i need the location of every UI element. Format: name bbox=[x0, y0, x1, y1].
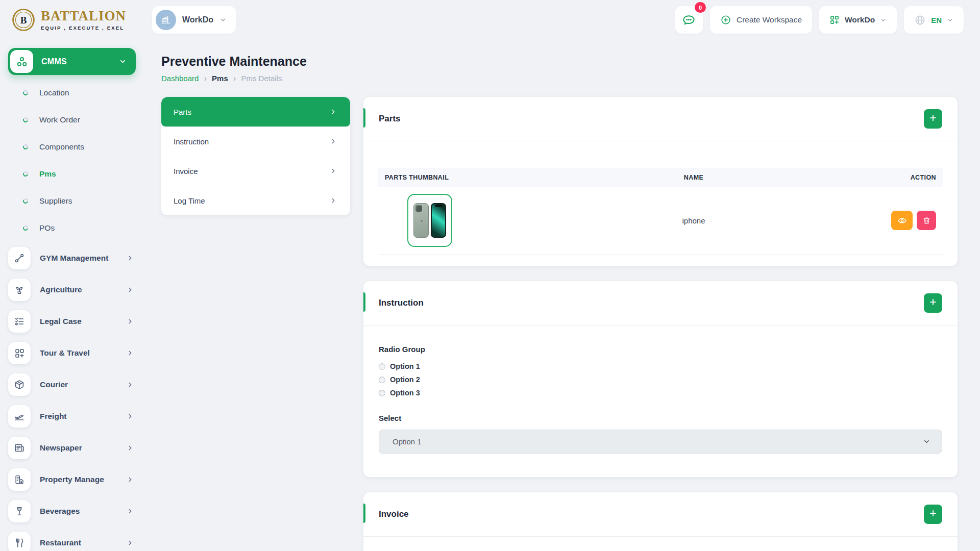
sidebar-item-location[interactable]: Location bbox=[8, 79, 148, 106]
tab-parts[interactable]: Parts bbox=[161, 97, 350, 127]
sidebar-item-label: POs bbox=[39, 223, 55, 233]
chevron-right-icon bbox=[330, 197, 337, 204]
sidebar-item-legal-case[interactable]: Legal Case bbox=[8, 306, 137, 337]
brand-name: BATTALION bbox=[41, 9, 126, 23]
sidebar-item-beverages[interactable]: Beverages bbox=[8, 495, 137, 527]
sidebar-item-newspaper[interactable]: Newspaper bbox=[8, 432, 137, 464]
create-workspace-label: Create Workspace bbox=[737, 15, 802, 24]
tab-invoice[interactable]: Invoice bbox=[161, 156, 350, 186]
breadcrumb: Dashboard › Pms › Pms Details bbox=[161, 74, 958, 83]
sidebar-item-label: Restaurant bbox=[40, 538, 127, 547]
parts-card: Parts + PARTS THUMBNAIL NAME ACTION bbox=[363, 97, 958, 266]
sidebar-item-freight[interactable]: Freight bbox=[8, 400, 137, 432]
page-title: Preventive Maintenance bbox=[161, 54, 958, 69]
dumbbell-icon bbox=[8, 247, 31, 269]
sidebar-item-work-order[interactable]: Work Order bbox=[8, 106, 148, 133]
chevron-right-icon bbox=[127, 286, 134, 293]
chevron-right-icon bbox=[127, 381, 134, 388]
messages-button[interactable]: 0 bbox=[675, 6, 703, 34]
add-instruction-button[interactable]: + bbox=[924, 293, 942, 313]
radio-option-3[interactable]: Option 3 bbox=[379, 386, 942, 399]
column-header-name: NAME bbox=[538, 174, 849, 181]
sidebar-item-property-manage[interactable]: Property Manage bbox=[8, 464, 137, 495]
view-part-button[interactable] bbox=[891, 211, 913, 230]
sidebar-item-pms[interactable]: Pms bbox=[8, 160, 148, 187]
sidebar-item-label: Courier bbox=[40, 380, 127, 389]
create-workspace-button[interactable]: Create Workspace bbox=[710, 6, 812, 34]
language-selector[interactable]: EN bbox=[904, 6, 964, 34]
plane-icon bbox=[8, 405, 31, 428]
sidebar-item-label: Suppliers bbox=[39, 196, 72, 206]
instruction-card-title: Instruction bbox=[379, 298, 424, 308]
chat-bubble-icon bbox=[682, 13, 696, 27]
main-content: Preventive Maintenance Dashboard › Pms ›… bbox=[148, 40, 980, 551]
tab-label: Parts bbox=[174, 108, 191, 116]
chevron-down-icon bbox=[947, 17, 953, 23]
instruction-card: Instruction + Radio Group Option 1 bbox=[363, 281, 958, 477]
chevron-right-icon bbox=[127, 413, 134, 420]
sidebar-item-suppliers[interactable]: Suppliers bbox=[8, 187, 148, 214]
chevron-right-icon bbox=[330, 108, 337, 115]
chevron-down-icon bbox=[923, 438, 930, 445]
invoice-card-header: Invoice + bbox=[363, 492, 958, 536]
part-name: iphone bbox=[538, 216, 849, 225]
invoice-card-title: Invoice bbox=[379, 509, 409, 519]
parts-table: PARTS THUMBNAIL NAME ACTION bbox=[363, 141, 958, 266]
radio-option-1[interactable]: Option 1 bbox=[379, 360, 942, 373]
radio-icon[interactable] bbox=[379, 377, 385, 383]
sidebar-item-pos[interactable]: POs bbox=[8, 214, 148, 241]
wine-glass-icon bbox=[8, 500, 31, 522]
sidebar-item-label: Agriculture bbox=[40, 285, 127, 294]
chevron-right-icon bbox=[330, 138, 337, 145]
chevron-right-icon bbox=[127, 255, 134, 262]
globe-icon bbox=[914, 14, 926, 26]
radio-icon[interactable] bbox=[379, 363, 385, 370]
bullet-icon bbox=[22, 197, 29, 204]
add-part-button[interactable]: + bbox=[924, 109, 942, 129]
delete-part-button[interactable] bbox=[917, 211, 936, 230]
chevron-down-icon bbox=[119, 58, 127, 65]
select-value: Option 1 bbox=[393, 437, 422, 446]
content-row: Parts Instruction Invoice Log Time bbox=[161, 97, 958, 551]
tab-instruction[interactable]: Instruction bbox=[161, 127, 350, 156]
building-icon bbox=[8, 468, 31, 491]
phone-front-image bbox=[431, 203, 446, 238]
sidebar-item-agriculture[interactable]: Agriculture bbox=[8, 274, 137, 306]
add-invoice-button[interactable]: + bbox=[924, 505, 942, 524]
instruction-form: Radio Group Option 1 Option 2 bbox=[363, 325, 958, 477]
brand-logo: B BATTALION EQUIP , EXECUTE , EXEL bbox=[11, 8, 152, 32]
sidebar-module-cmms[interactable]: CMMS bbox=[8, 48, 136, 75]
breadcrumb-pms[interactable]: Pms bbox=[212, 74, 228, 83]
tab-label: Instruction bbox=[174, 137, 209, 146]
part-thumbnail[interactable] bbox=[407, 194, 452, 247]
sidebar-item-tour-travel[interactable]: Tour & Travel bbox=[8, 337, 137, 369]
workspace-switcher[interactable]: WorkDo bbox=[152, 6, 236, 34]
grid-plus-icon bbox=[8, 342, 31, 364]
thumbnail-cell bbox=[385, 194, 538, 247]
chevron-right-icon bbox=[127, 508, 134, 515]
sidebar-item-gym-management[interactable]: GYM Management bbox=[8, 242, 137, 274]
column-header-thumbnail: PARTS THUMBNAIL bbox=[385, 174, 538, 181]
sidebar-item-components[interactable]: Components bbox=[8, 133, 148, 160]
language-code: EN bbox=[931, 16, 942, 24]
chevron-down-icon bbox=[880, 17, 887, 23]
sidebar-item-courier[interactable]: Courier bbox=[8, 369, 137, 400]
checklist-icon bbox=[8, 310, 31, 333]
select-dropdown[interactable]: Option 1 bbox=[379, 430, 942, 454]
tab-log-time[interactable]: Log Time bbox=[161, 186, 350, 215]
radio-icon[interactable] bbox=[379, 390, 385, 396]
chevron-right-icon bbox=[127, 444, 134, 452]
card-accent-bar bbox=[363, 504, 365, 523]
breadcrumb-dashboard[interactable]: Dashboard bbox=[161, 74, 199, 83]
workdo-menu-button[interactable]: WorkDo bbox=[819, 6, 897, 34]
instruction-card-header: Instruction + bbox=[363, 281, 958, 325]
phone-camera bbox=[415, 205, 422, 212]
bullet-icon bbox=[22, 170, 29, 177]
eye-icon bbox=[897, 216, 907, 226]
radio-group: Option 1 Option 2 Option 3 bbox=[379, 360, 942, 399]
cards-column: Parts + PARTS THUMBNAIL NAME ACTION bbox=[363, 97, 958, 551]
radio-option-2[interactable]: Option 2 bbox=[379, 373, 942, 386]
sidebar-item-label: Location bbox=[39, 88, 69, 97]
sidebar-item-label: Legal Case bbox=[40, 317, 127, 326]
sidebar-item-restaurant[interactable]: Restaurant bbox=[8, 527, 137, 551]
